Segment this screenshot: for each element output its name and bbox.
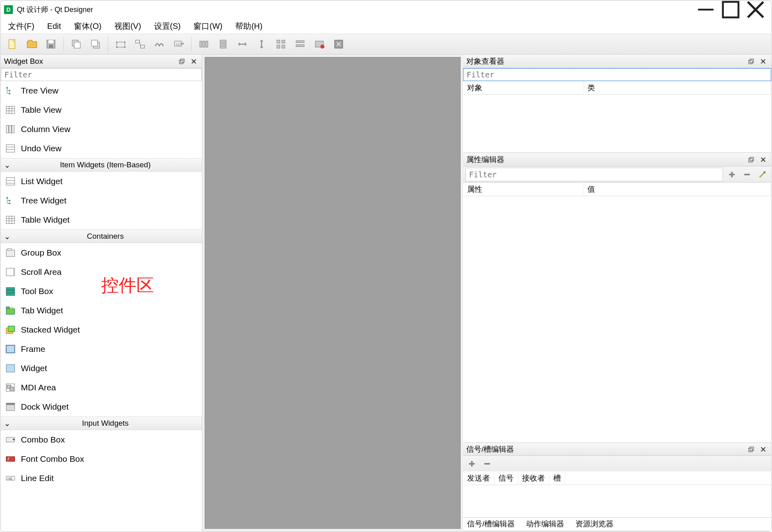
widget-item[interactable]: MDI Area <box>1 378 202 397</box>
menu-form[interactable]: 窗体(O) <box>71 20 104 32</box>
close-icon[interactable] <box>189 57 199 66</box>
undo-view-icon <box>5 143 16 154</box>
col-sender[interactable]: 发送者 <box>463 471 494 485</box>
minimize-button[interactable] <box>693 1 718 18</box>
undock-icon[interactable] <box>177 57 187 66</box>
widget-item[interactable]: Tool Box <box>1 282 202 301</box>
form-canvas[interactable] <box>205 57 461 529</box>
widget-category[interactable]: ⌄Containers <box>1 229 202 243</box>
object-inspector-body[interactable] <box>463 95 771 152</box>
table-view-icon <box>5 104 16 116</box>
edit-signals-button[interactable] <box>132 36 148 52</box>
close-icon[interactable] <box>758 57 768 66</box>
widget-item[interactable]: Stacked Widget <box>1 320 202 339</box>
col-receiver[interactable]: 接收者 <box>518 471 549 485</box>
widget-item[interactable]: Tree View <box>1 81 202 100</box>
widget-box-filter[interactable] <box>1 68 202 81</box>
new-file-button[interactable] <box>4 36 21 52</box>
send-back-button[interactable] <box>68 36 85 52</box>
menu-help[interactable]: 帮助(H) <box>233 20 265 32</box>
open-file-button[interactable] <box>23 36 40 52</box>
widget-category[interactable]: ⌄Item Widgets (Item-Based) <box>1 158 202 172</box>
layout-hsplitter-button[interactable] <box>234 36 251 52</box>
menu-view[interactable]: 视图(V) <box>112 20 144 32</box>
layout-vsplitter-button[interactable] <box>253 36 270 52</box>
menu-window[interactable]: 窗口(W) <box>191 20 225 32</box>
widget-item[interactable]: Table View <box>1 100 202 120</box>
widget-item[interactable]: Combo Box <box>1 430 202 449</box>
menu-edit[interactable]: Edit <box>45 21 63 32</box>
svg-rect-34 <box>282 45 285 49</box>
widget-item[interactable]: fFont Combo Box <box>1 449 202 469</box>
svg-rect-59 <box>12 126 14 133</box>
object-inspector-filter[interactable] <box>463 68 771 81</box>
col-property[interactable]: 属性 <box>463 183 583 196</box>
remove-property-icon[interactable] <box>741 168 754 181</box>
widget-item[interactable]: List Widget <box>1 172 202 191</box>
save-file-button[interactable] <box>43 36 59 52</box>
remove-connection-icon[interactable] <box>481 457 494 470</box>
widget-item[interactable]: Table Widget <box>1 210 202 229</box>
svg-rect-83 <box>6 293 15 296</box>
widget-item[interactable]: AB|Line Edit <box>1 469 202 488</box>
svg-rect-86 <box>10 307 13 309</box>
property-editor-body[interactable] <box>463 196 771 443</box>
close-icon[interactable] <box>758 155 768 164</box>
svg-rect-27 <box>220 43 226 45</box>
widget-item-label: Table Widget <box>21 215 69 225</box>
undock-icon[interactable] <box>746 155 756 164</box>
layout-hbox-button[interactable] <box>195 36 212 52</box>
widget-item[interactable]: Group Box <box>1 243 202 262</box>
tab-action-editor[interactable]: 动作编辑器 <box>526 519 564 529</box>
col-signal[interactable]: 信号 <box>494 471 518 485</box>
settings-icon[interactable] <box>756 168 769 181</box>
svg-rect-101 <box>749 60 752 64</box>
widget-item[interactable]: Undo View <box>1 139 202 158</box>
widget-item[interactable]: Frame <box>1 339 202 359</box>
widget-item-label: Tree View <box>21 86 58 95</box>
break-layout-button[interactable] <box>311 36 328 52</box>
edit-tab-order-button[interactable]: 123 <box>170 36 187 52</box>
add-connection-icon[interactable] <box>465 457 478 470</box>
add-property-icon[interactable] <box>725 168 738 181</box>
close-icon[interactable] <box>758 445 768 454</box>
col-value[interactable]: 值 <box>583 183 771 196</box>
maximize-button[interactable] <box>718 1 743 18</box>
adjust-size-button[interactable] <box>330 36 347 52</box>
svg-rect-88 <box>8 326 14 332</box>
svg-point-14 <box>116 41 118 43</box>
layout-vbox-button[interactable] <box>215 36 232 52</box>
layout-form-button[interactable] <box>292 36 309 52</box>
col-object[interactable]: 对象 <box>463 81 583 94</box>
tab-signal-slot[interactable]: 信号/槽编辑器 <box>467 519 515 529</box>
undock-icon[interactable] <box>746 445 756 454</box>
widget-item[interactable]: Tab Widget <box>1 301 202 320</box>
widget-item[interactable]: Scroll Area <box>1 262 202 282</box>
widget-tree[interactable]: Tree ViewTable ViewColumn ViewUndo View⌄… <box>1 81 202 531</box>
close-button[interactable] <box>743 1 768 18</box>
undock-icon[interactable] <box>746 57 756 66</box>
edit-widgets-button[interactable] <box>112 36 129 52</box>
widget-item[interactable]: Tree Widget <box>1 191 202 210</box>
svg-rect-28 <box>220 46 226 48</box>
edit-buddies-button[interactable] <box>151 36 168 52</box>
widget-item[interactable]: Widget <box>1 359 202 378</box>
widget-category[interactable]: ⌄Input Widgets <box>1 416 202 430</box>
layout-grid-button[interactable] <box>272 36 289 52</box>
menu-file[interactable]: 文件(F) <box>6 20 37 32</box>
tab-resource-browser[interactable]: 资源浏览器 <box>575 519 614 529</box>
widget-item[interactable]: Column View <box>1 120 202 139</box>
widget-item-label: Dock Widget <box>21 402 69 412</box>
widget-item[interactable]: Dock Widget <box>1 397 202 416</box>
object-inspector-title: 对象查看器 <box>466 56 744 67</box>
svg-point-68 <box>8 203 10 205</box>
property-editor-filter[interactable] <box>465 168 723 181</box>
svg-rect-81 <box>6 288 15 290</box>
svg-text:AB|: AB| <box>7 477 12 481</box>
bring-front-button[interactable] <box>87 36 104 52</box>
signal-slot-body[interactable] <box>463 485 771 517</box>
col-slot[interactable]: 槽 <box>549 471 565 485</box>
col-class[interactable]: 类 <box>583 81 771 94</box>
menu-settings[interactable]: 设置(S) <box>152 20 183 32</box>
widget-item-label: Widget <box>21 363 47 373</box>
